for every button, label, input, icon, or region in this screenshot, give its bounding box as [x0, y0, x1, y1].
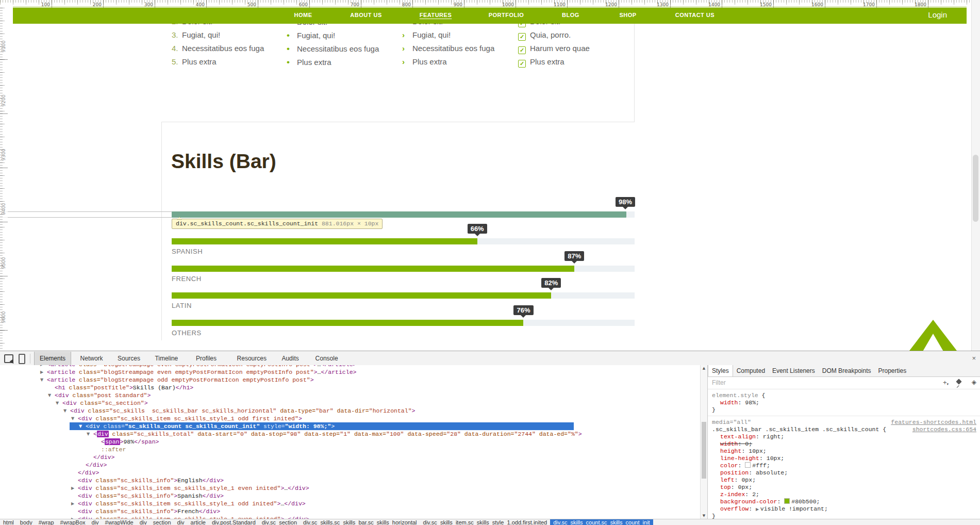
tree-row[interactable]: <div class="sc_skills_info">Spanish</div… — [0, 492, 700, 500]
tree-row[interactable]: ▼<div class="post Standard"> — [0, 391, 700, 399]
sidebar-tab-properties[interactable]: Properties — [874, 365, 910, 376]
elements-scrollbar[interactable]: ▲ ▼ — [700, 365, 707, 519]
css-property[interactable]: height: 10px; — [712, 448, 976, 455]
css-property[interactable]: color: #fff; — [712, 462, 976, 469]
styles-filter-row: Filter +▾ ◈ — [708, 377, 980, 389]
tree-row[interactable]: ▶<article class="blogStreampage even emp… — [0, 368, 700, 376]
tree-row[interactable]: ▼<div class="sc_skills_total" data-start… — [0, 430, 700, 438]
devtools-tab-console[interactable]: Console — [310, 352, 343, 365]
ruler-label: 1200 — [605, 2, 619, 7]
crumb-item[interactable]: section — [150, 519, 174, 525]
expand-arrow-icon: ▶ — [71, 515, 78, 519]
nav-item-about-us[interactable]: ABOUT US — [350, 12, 381, 18]
tree-row[interactable]: </div> — [0, 461, 700, 469]
element-state-icon[interactable]: ◈ — [972, 379, 976, 386]
crumb-item[interactable]: body — [17, 519, 36, 525]
css-property[interactable]: width: 98%; — [712, 399, 976, 406]
crumb-item[interactable]: html — [0, 519, 17, 525]
nav-item-features[interactable]: FEATURES — [420, 12, 452, 18]
css-property[interactable]: background-color: #80b500; — [712, 498, 976, 505]
css-property[interactable]: width: 0; — [712, 440, 976, 448]
nav-item-contact-us[interactable]: CONTACT US — [675, 12, 715, 18]
sidebar-tab-styles[interactable]: Styles — [708, 365, 733, 376]
breadcrumb: htmlbody#wrap#wrapBoxdiv#wrapWidedivsect… — [0, 519, 980, 525]
tree-row[interactable]: ▶<div class="sc_skills_item sc_skills_st… — [0, 515, 700, 519]
nav-item-shop[interactable]: SHOP — [619, 12, 636, 18]
crumb-item[interactable]: div.sc_section — [259, 519, 300, 525]
attr-value-token: "blogStreampage even emptyPostFormatIcon… — [101, 365, 314, 368]
scroll-to-top-button[interactable] — [909, 320, 957, 351]
crumb-item[interactable]: div.sc_skills_item.sc_skills_style_1.odd… — [420, 519, 551, 525]
tree-row-selected[interactable]: ▼<div class="sc_skills_count sc_skills_c… — [0, 422, 700, 430]
page-scrollbar[interactable] — [971, 0, 980, 351]
device-mode-icon[interactable] — [19, 354, 25, 364]
crumb-item[interactable]: #wrapWide — [102, 519, 137, 525]
devtools-tab-profiles[interactable]: Profiles — [191, 352, 222, 365]
elements-scrollbar-thumb[interactable] — [702, 422, 706, 479]
post-box-border-left — [161, 122, 162, 340]
crumb-item[interactable]: div.sc_skills.sc_skills_bar.sc_skills_ho… — [300, 519, 420, 525]
crumb-item[interactable]: div.post.Standard — [209, 519, 259, 525]
tree-row[interactable]: ▼<div class="sc_section"> — [0, 399, 700, 407]
crumb-item[interactable]: div — [89, 519, 102, 525]
css-property[interactable]: left: 0px; — [712, 477, 976, 484]
tree-row[interactable]: ::after — [0, 446, 700, 453]
devtools-tab-timeline[interactable]: Timeline — [150, 352, 183, 365]
css-property[interactable]: top: 0px; — [712, 484, 976, 491]
nav-item-portfolio[interactable]: PORTFOLIO — [489, 12, 524, 18]
inspect-element-icon[interactable] — [4, 354, 13, 363]
crumb-item[interactable]: div — [174, 519, 188, 525]
tree-row[interactable]: ▼<div class="sc_skills_item sc_skills_st… — [0, 415, 700, 422]
crumb-item[interactable]: article — [188, 519, 209, 525]
css-property[interactable]: z-index: 2; — [712, 491, 976, 498]
devtools-tab-network[interactable]: Network — [75, 352, 108, 365]
crumb-item[interactable]: div.sc_skills_count.sc_skills_count_init — [550, 519, 653, 525]
login-button[interactable]: Login — [928, 10, 947, 19]
sidebar-tab-dom-breakpoints[interactable]: DOM Breakpoints — [819, 365, 875, 376]
list-item: •Fugiat, qui! — [287, 30, 335, 41]
devtools-tab-sources[interactable]: Sources — [112, 352, 145, 365]
arrow-icon: › — [402, 30, 412, 39]
nav-item-blog[interactable]: BLOG — [562, 12, 579, 18]
tag-token: > — [412, 407, 416, 414]
devtools-tab-audits[interactable]: Audits — [276, 352, 304, 365]
css-source-link[interactable]: shortcodes.css:654 — [912, 426, 976, 433]
devtools-tab-elements[interactable]: Elements — [34, 352, 71, 365]
css-rule: media="all"features-shortcodes.html.sc_s… — [708, 416, 980, 519]
tree-row[interactable]: ▶<div class="sc_skills_item sc_skills_st… — [0, 500, 700, 507]
tag-token: <div — [78, 485, 92, 491]
tree-row[interactable]: ▶<div class="sc_skills_item sc_skills_st… — [0, 484, 700, 492]
tree-row[interactable]: <span>98%</span> — [0, 438, 700, 446]
tag-token: < — [101, 438, 105, 445]
attr-name-token: data-ed= — [536, 431, 568, 437]
css-property[interactable]: line-height: 10px; — [712, 455, 976, 462]
devtools-tab-resources[interactable]: Resources — [232, 352, 272, 365]
css-property[interactable]: text-align: right; — [712, 433, 976, 440]
property-value: visible !important; — [760, 505, 828, 512]
tree-row[interactable]: <div class="sc_skills_info">English</div… — [0, 477, 700, 484]
sidebar-tab-computed[interactable]: Computed — [733, 365, 769, 376]
crumb-item[interactable]: #wrapBox — [57, 519, 89, 525]
css-source-link[interactable]: features-shortcodes.html — [891, 419, 976, 426]
new-style-rule-icon[interactable]: +▾ — [943, 379, 949, 386]
crumb-item[interactable]: #wrap — [36, 519, 57, 525]
css-property[interactable]: position: absolute; — [712, 469, 976, 477]
ruler-label: 300 — [144, 2, 155, 7]
scroll-down-arrow-icon[interactable]: ▼ — [701, 513, 707, 519]
tree-row[interactable]: <h1 class="postTitle">Skills (Bar)</h1> — [0, 384, 700, 391]
styles-filter-input[interactable]: Filter — [712, 379, 726, 386]
tree-row[interactable]: <div class="sc_skills_info">French</div> — [0, 507, 700, 515]
crumb-item[interactable]: div — [137, 519, 150, 525]
nav-item-home[interactable]: HOME — [294, 12, 312, 18]
sidebar-tab-event-listeners[interactable]: Event Listeners — [769, 365, 819, 376]
property-name: background-color — [720, 498, 777, 505]
tree-row[interactable]: </div> — [0, 469, 700, 477]
tree-row[interactable]: ▼<div class="sc_skills sc_skills_bar sc_… — [0, 407, 700, 415]
scroll-up-arrow-icon[interactable]: ▲ — [701, 365, 707, 371]
tree-row[interactable]: </div> — [0, 453, 700, 461]
tree-row[interactable]: ▼<article class="blogStreampage odd empt… — [0, 376, 700, 384]
pin-icon[interactable] — [956, 379, 961, 384]
css-property[interactable]: overflow: ▶ visible !important; — [712, 505, 976, 513]
page-scrollbar-thumb[interactable] — [973, 155, 978, 222]
close-icon[interactable]: × — [972, 354, 976, 362]
